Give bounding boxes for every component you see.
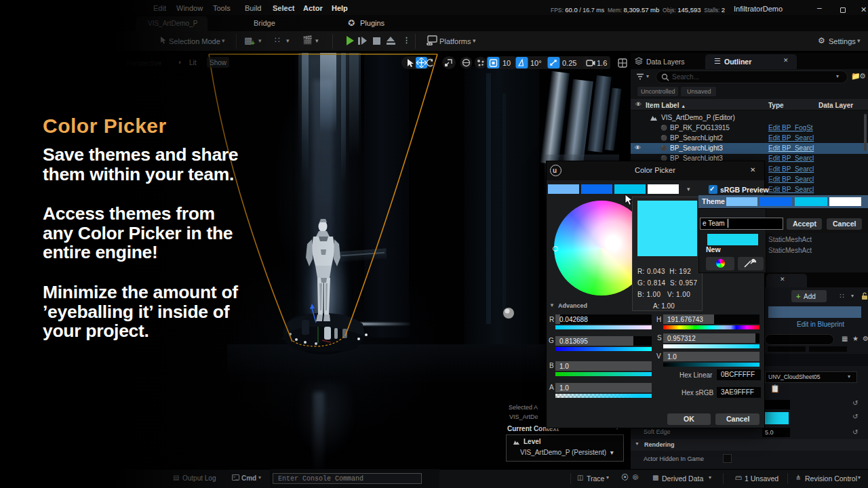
svg-text:0.25: 0.25 [562,59,576,67]
svg-text:10: 10 [502,59,511,67]
svg-text:1.6: 1.6 [597,59,607,67]
svg-text:10°: 10° [530,59,542,67]
